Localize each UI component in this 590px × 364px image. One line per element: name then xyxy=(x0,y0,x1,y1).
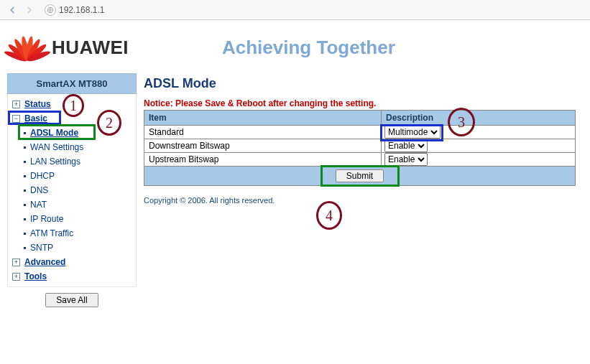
bullet-icon xyxy=(24,146,26,149)
bullet-icon xyxy=(24,204,26,206)
bullet-icon xyxy=(24,218,26,220)
bullet-icon xyxy=(24,132,26,134)
bullet-icon xyxy=(24,247,26,249)
sidebar-item-wan-settings[interactable]: WAN Settings xyxy=(8,140,136,154)
upstream-bitswap-select[interactable]: Enable xyxy=(384,153,428,166)
sidebar-nav: + Status − Basic ADSL Mode WAN Settings xyxy=(7,94,137,287)
submit-row: Submit xyxy=(144,167,576,186)
browser-bar: 192.168.1.1 xyxy=(0,0,590,20)
config-table: Item Description Standard Multimode Down… xyxy=(144,110,576,167)
table-row: Downstream Bitswap Enable xyxy=(144,139,576,153)
sidebar-item-label[interactable]: SNTP xyxy=(30,243,53,253)
cell-item-label: Upstream Bitswap xyxy=(144,153,382,167)
sidebar-section-label[interactable]: Tools xyxy=(24,271,47,281)
back-button[interactable] xyxy=(4,3,20,17)
arrow-right-icon xyxy=(24,5,34,15)
table-row: Upstream Bitswap Enable xyxy=(144,153,576,167)
sidebar-item-dhcp[interactable]: DHCP xyxy=(8,169,136,183)
sidebar-section-tools[interactable]: + Tools xyxy=(8,269,136,284)
plus-icon[interactable]: + xyxy=(12,258,20,266)
col-item: Item xyxy=(144,111,382,126)
address-bar-text[interactable]: 192.168.1.1 xyxy=(59,5,104,15)
forward-button[interactable] xyxy=(22,3,37,17)
main-panel: ADSL Mode Notice: Please Save & Reboot a… xyxy=(144,73,583,313)
sidebar-item-sntp[interactable]: SNTP xyxy=(8,241,136,255)
sidebar-item-label[interactable]: IP Route xyxy=(30,214,63,224)
sidebar-item-label[interactable]: LAN Settings xyxy=(30,157,80,167)
sidebar-item-label[interactable]: NAT xyxy=(30,200,47,210)
sidebar-section-status[interactable]: + Status xyxy=(8,97,136,111)
sidebar-section-label[interactable]: Status xyxy=(24,99,51,109)
notice-text: Notice: Please Save & Reboot after chang… xyxy=(144,98,576,108)
sidebar-item-label[interactable]: WAN Settings xyxy=(30,142,83,152)
sidebar-item-label[interactable]: DNS xyxy=(30,185,48,195)
submit-button[interactable]: Submit xyxy=(336,169,384,182)
table-header-row: Item Description xyxy=(144,111,576,126)
sidebar-item-ip-route[interactable]: IP Route xyxy=(8,212,136,226)
plus-icon[interactable]: + xyxy=(12,273,20,281)
annotation-4: 4 xyxy=(316,201,342,230)
brand-logo: HUAWEI xyxy=(10,32,129,63)
sidebar-section-advanced[interactable]: + Advanced xyxy=(8,255,136,269)
save-all-button[interactable]: Save All xyxy=(45,293,98,307)
sidebar-section-label[interactable]: Advanced xyxy=(24,257,65,267)
plus-icon[interactable]: + xyxy=(12,101,20,108)
col-description: Description xyxy=(382,111,576,126)
sidebar-item-dns[interactable]: DNS xyxy=(8,183,136,197)
downstream-bitswap-select[interactable]: Enable xyxy=(384,139,428,152)
huawei-petals-icon xyxy=(10,32,45,63)
bullet-icon xyxy=(24,233,26,235)
arrow-left-icon xyxy=(7,5,17,15)
sidebar-item-label[interactable]: ADSL Mode xyxy=(30,128,78,138)
standard-select[interactable]: Multimode xyxy=(384,126,441,139)
device-title: SmartAX MT880 xyxy=(7,73,137,94)
bullet-icon xyxy=(24,161,26,163)
sidebar: SmartAX MT880 + Status − Basic ADSL Mode xyxy=(7,73,137,313)
sidebar-item-label[interactable]: DHCP xyxy=(30,171,55,181)
sidebar-item-label[interactable]: ATM Traffic xyxy=(30,228,73,238)
sidebar-item-adsl-mode[interactable]: ADSL Mode xyxy=(8,126,136,140)
copyright: Copyright © 2006. All rights reserved. xyxy=(144,196,576,205)
sidebar-section-basic[interactable]: − Basic xyxy=(8,111,136,126)
sidebar-item-nat[interactable]: NAT xyxy=(8,197,136,212)
sidebar-item-lan-settings[interactable]: LAN Settings xyxy=(8,154,136,169)
cell-item-label: Standard xyxy=(144,126,382,139)
minus-icon[interactable]: − xyxy=(12,115,20,123)
bullet-icon xyxy=(24,190,26,192)
sidebar-item-atm-traffic[interactable]: ATM Traffic xyxy=(8,226,136,241)
brand-tagline: Achieving Together xyxy=(222,37,395,59)
sidebar-section-label[interactable]: Basic xyxy=(24,113,47,123)
globe-icon xyxy=(45,4,56,16)
page-header: HUAWEI Achieving Together xyxy=(7,27,583,73)
bullet-icon xyxy=(24,175,26,177)
brand-name: HUAWEI xyxy=(52,37,129,59)
table-row: Standard Multimode xyxy=(144,126,576,139)
page-title: ADSL Mode xyxy=(144,76,576,91)
cell-item-label: Downstream Bitswap xyxy=(144,139,382,153)
